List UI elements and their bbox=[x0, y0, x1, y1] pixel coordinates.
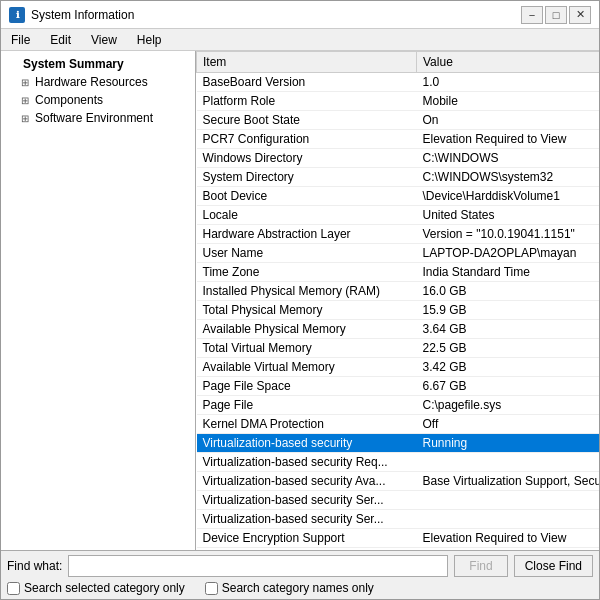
table-row[interactable]: Page File Space6.67 GB bbox=[197, 377, 600, 396]
table-cell-value: 16.0 GB bbox=[417, 282, 600, 301]
sidebar-item-components[interactable]: ⊞ Components bbox=[1, 91, 195, 109]
menu-bar: File Edit View Help bbox=[1, 29, 599, 51]
col-header-value: Value bbox=[417, 52, 600, 73]
main-content: System Summary ⊞ Hardware Resources ⊞ Co… bbox=[1, 51, 599, 550]
main-window: ℹ System Information − □ ✕ File Edit Vie… bbox=[0, 0, 600, 600]
table-cell-item: Page File Space bbox=[197, 377, 417, 396]
menu-file[interactable]: File bbox=[5, 31, 36, 48]
table-cell-item: Total Virtual Memory bbox=[197, 339, 417, 358]
table-cell-value: 6.67 GB bbox=[417, 377, 600, 396]
checkbox-selected-label: Search selected category only bbox=[24, 581, 185, 595]
table-row[interactable]: Total Virtual Memory22.5 GB bbox=[197, 339, 600, 358]
menu-help[interactable]: Help bbox=[131, 31, 168, 48]
table-cell-item: Total Physical Memory bbox=[197, 301, 417, 320]
table-cell-value: 15.9 GB bbox=[417, 301, 600, 320]
table-row[interactable]: Virtualization-based security Ser... bbox=[197, 510, 600, 529]
table-row[interactable]: Secure Boot StateOn bbox=[197, 111, 600, 130]
checkbox-names-input[interactable] bbox=[205, 582, 218, 595]
find-input[interactable] bbox=[68, 555, 448, 577]
menu-view[interactable]: View bbox=[85, 31, 123, 48]
table-row[interactable]: BaseBoard Version1.0 bbox=[197, 73, 600, 92]
table-cell-item: Hardware Abstraction Layer bbox=[197, 225, 417, 244]
table-row[interactable]: Installed Physical Memory (RAM)16.0 GB bbox=[197, 282, 600, 301]
table-cell-value: Elevation Required to View bbox=[417, 130, 600, 149]
checkbox-search-selected[interactable]: Search selected category only bbox=[7, 581, 185, 595]
sidebar: System Summary ⊞ Hardware Resources ⊞ Co… bbox=[1, 51, 196, 550]
table-row[interactable]: Available Virtual Memory3.42 GB bbox=[197, 358, 600, 377]
table-container[interactable]: Item Value BaseBoard Version1.0Platform … bbox=[196, 51, 599, 550]
title-bar-controls: − □ ✕ bbox=[521, 6, 591, 24]
table-cell-value: Base Virtualization Support, Secure Bo..… bbox=[417, 472, 600, 491]
table-row[interactable]: Virtualization-based security Ser... bbox=[197, 491, 600, 510]
table-row[interactable]: Total Physical Memory15.9 GB bbox=[197, 301, 600, 320]
table-row[interactable]: Virtualization-based security Ava...Base… bbox=[197, 472, 600, 491]
window-title: System Information bbox=[31, 8, 134, 22]
table-cell-value bbox=[417, 491, 600, 510]
table-cell-value: LAPTOP-DA2OPLAP\mayan bbox=[417, 244, 600, 263]
table-cell-value: 1.0 bbox=[417, 73, 600, 92]
checkbox-search-names[interactable]: Search category names only bbox=[205, 581, 374, 595]
sidebar-label-components: Components bbox=[35, 93, 103, 107]
table-cell-value: India Standard Time bbox=[417, 263, 600, 282]
table-cell-value: \Device\HarddiskVolume1 bbox=[417, 187, 600, 206]
sidebar-label-system-summary: System Summary bbox=[23, 57, 124, 71]
table-cell-item: System Directory bbox=[197, 168, 417, 187]
find-row: Find what: Find Close Find bbox=[7, 555, 593, 577]
table-cell-value: 22.5 GB bbox=[417, 339, 600, 358]
table-cell-value: Mobile bbox=[417, 92, 600, 111]
table-cell-item: Available Virtual Memory bbox=[197, 358, 417, 377]
table-cell-item: Time Zone bbox=[197, 263, 417, 282]
table-cell-item: Virtualization-based security Ser... bbox=[197, 510, 417, 529]
table-row[interactable]: Virtualization-based securityRunning bbox=[197, 434, 600, 453]
expand-icon-components: ⊞ bbox=[21, 95, 33, 106]
table-row[interactable]: User NameLAPTOP-DA2OPLAP\mayan bbox=[197, 244, 600, 263]
table-cell-item: PCR7 Configuration bbox=[197, 130, 417, 149]
table-row[interactable]: LocaleUnited States bbox=[197, 206, 600, 225]
table-cell-item: User Name bbox=[197, 244, 417, 263]
checkboxes-row: Search selected category only Search cat… bbox=[7, 581, 593, 595]
title-bar: ℹ System Information − □ ✕ bbox=[1, 1, 599, 29]
table-row[interactable]: Hardware Abstraction LayerVersion = "10.… bbox=[197, 225, 600, 244]
table-cell-item: Virtualization-based security Req... bbox=[197, 453, 417, 472]
table-row[interactable]: Kernel DMA ProtectionOff bbox=[197, 415, 600, 434]
find-label: Find what: bbox=[7, 559, 62, 573]
table-row[interactable]: Device Encryption SupportElevation Requi… bbox=[197, 529, 600, 548]
table-cell-value: 3.64 GB bbox=[417, 320, 600, 339]
checkbox-selected-input[interactable] bbox=[7, 582, 20, 595]
info-table: Item Value BaseBoard Version1.0Platform … bbox=[196, 51, 599, 550]
expand-icon-hardware-resources: ⊞ bbox=[21, 77, 33, 88]
table-row[interactable]: Windows DirectoryC:\WINDOWS bbox=[197, 149, 600, 168]
sidebar-label-software-environment: Software Environment bbox=[35, 111, 153, 125]
table-cell-item: Virtualization-based security Ser... bbox=[197, 491, 417, 510]
expand-icon-software-environment: ⊞ bbox=[21, 113, 33, 124]
table-cell-item: Windows Directory bbox=[197, 149, 417, 168]
table-row[interactable]: Boot Device\Device\HarddiskVolume1 bbox=[197, 187, 600, 206]
table-cell-item: Kernel DMA Protection bbox=[197, 415, 417, 434]
bottom-bar: Find what: Find Close Find Search select… bbox=[1, 550, 599, 599]
menu-edit[interactable]: Edit bbox=[44, 31, 77, 48]
sidebar-item-hardware-resources[interactable]: ⊞ Hardware Resources bbox=[1, 73, 195, 91]
close-find-button[interactable]: Close Find bbox=[514, 555, 593, 577]
table-row[interactable]: Platform RoleMobile bbox=[197, 92, 600, 111]
maximize-button[interactable]: □ bbox=[545, 6, 567, 24]
minimize-button[interactable]: − bbox=[521, 6, 543, 24]
table-cell-value: C:\WINDOWS\system32 bbox=[417, 168, 600, 187]
table-cell-value: On bbox=[417, 111, 600, 130]
table-row[interactable]: Virtualization-based security Req... bbox=[197, 453, 600, 472]
table-row[interactable]: System DirectoryC:\WINDOWS\system32 bbox=[197, 168, 600, 187]
content-area: Item Value BaseBoard Version1.0Platform … bbox=[196, 51, 599, 550]
app-icon-glyph: ℹ bbox=[16, 10, 19, 20]
table-row[interactable]: PCR7 ConfigurationElevation Required to … bbox=[197, 130, 600, 149]
table-cell-value: United States bbox=[417, 206, 600, 225]
table-cell-item: BaseBoard Version bbox=[197, 73, 417, 92]
table-cell-value: Running bbox=[417, 434, 600, 453]
sidebar-label-hardware-resources: Hardware Resources bbox=[35, 75, 148, 89]
sidebar-item-system-summary[interactable]: System Summary bbox=[1, 55, 195, 73]
table-cell-item: Platform Role bbox=[197, 92, 417, 111]
table-row[interactable]: Page FileC:\pagefile.sys bbox=[197, 396, 600, 415]
table-row[interactable]: Time ZoneIndia Standard Time bbox=[197, 263, 600, 282]
table-row[interactable]: Available Physical Memory3.64 GB bbox=[197, 320, 600, 339]
sidebar-item-software-environment[interactable]: ⊞ Software Environment bbox=[1, 109, 195, 127]
find-button[interactable]: Find bbox=[454, 555, 507, 577]
close-button[interactable]: ✕ bbox=[569, 6, 591, 24]
